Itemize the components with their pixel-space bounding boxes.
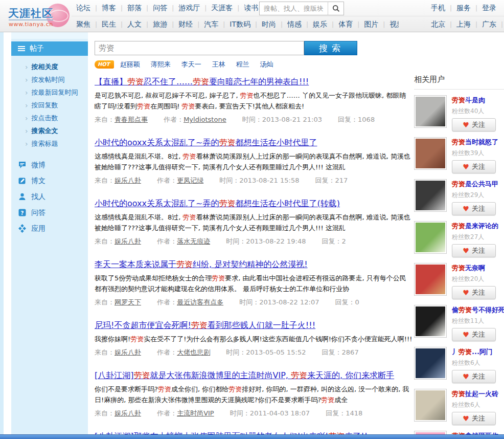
- result-title-link[interactable]: 尼玛!不贪超市便宜会死啊!劳资看到那些贱人们就一肚子火!!!: [95, 320, 315, 331]
- follow-button[interactable]: ♥ 关注: [452, 286, 496, 299]
- nav-primary-link-0[interactable]: 论坛: [72, 4, 95, 13]
- nav-secondary-link-9[interactable]: 娱乐: [308, 20, 332, 29]
- header-search-box[interactable]: 搜帖、找人、搜版块: [259, 2, 344, 15]
- user-avatar[interactable]: [414, 347, 447, 380]
- user-name-link[interactable]: 劳资扯起一火砖: [452, 389, 498, 399]
- result-author-link[interactable]: 更凤记绿: [177, 177, 203, 184]
- sidebar-item-posts[interactable]: 帖子: [11, 41, 88, 56]
- sort-option-3[interactable]: ›按回复数: [11, 99, 88, 112]
- sidebar-top-strip: [11, 32, 88, 39]
- hot-keyword-1[interactable]: 薄熙来: [151, 60, 171, 68]
- follow-button[interactable]: ♥ 关注: [452, 202, 496, 215]
- nav-secondary-link-10[interactable]: 体育: [334, 20, 357, 29]
- result-author-link[interactable]: 最近访客有点多: [177, 298, 223, 306]
- result-author-link[interactable]: Myldiotstone: [184, 116, 226, 123]
- nav-primary-link-4[interactable]: 游戏厅: [174, 4, 204, 13]
- search-input[interactable]: [95, 41, 304, 55]
- result-forum-link[interactable]: 网罗天下: [114, 298, 141, 306]
- user-name-link[interactable]: 偷劳资号不得好死: [452, 305, 504, 315]
- replies-label: 回复：: [322, 237, 342, 245]
- result-forum-link[interactable]: 娱乐八卦: [114, 409, 141, 417]
- replies-label: 回复：: [322, 348, 342, 356]
- user-links: 手机|服务|登录: [426, 0, 501, 16]
- city-link-2[interactable]: 广东: [477, 20, 501, 29]
- follow-button[interactable]: ♥ 关注: [452, 118, 496, 131]
- result-forum-link[interactable]: 娱乐八卦: [114, 177, 141, 184]
- nav-primary-link-1[interactable]: 博客: [97, 4, 121, 13]
- user-name-link[interactable]: 劳资无奈啊: [452, 264, 496, 273]
- user-link-1[interactable]: 服务: [452, 4, 475, 13]
- user-avatar[interactable]: [414, 137, 447, 170]
- nav-secondary-link-11[interactable]: 图片: [359, 20, 383, 29]
- nav-secondary-link-4[interactable]: 财经: [174, 20, 197, 29]
- user-avatar[interactable]: [414, 179, 447, 212]
- result-title-link[interactable]: 【直播】劳资忍不住了……劳资要向暗恋七年的男神表白!!!: [95, 77, 309, 87]
- hot-keyword-2[interactable]: 李天一: [181, 60, 201, 68]
- user-name-link[interactable]: 劳资斗是肉: [452, 96, 496, 105]
- fans-count: 粉丝数6人: [452, 401, 498, 409]
- follow-button[interactable]: ♥ 关注: [452, 412, 496, 425]
- user-avatar[interactable]: [414, 95, 447, 128]
- sort-option-6[interactable]: ›搜索标题: [11, 137, 88, 150]
- city-link-1[interactable]: 上海: [452, 20, 475, 29]
- nav-primary-link-3[interactable]: 问答: [148, 4, 172, 13]
- hot-keyword-5[interactable]: 汤灿: [260, 60, 273, 68]
- result-title-link[interactable]: 小时代的ooxx关系太混乱了~弄的劳资都想生活在小时代里了: [95, 138, 317, 148]
- nav-secondary-link-3[interactable]: 旅游: [148, 20, 172, 29]
- sort-option-5[interactable]: ›搜索全文: [11, 124, 88, 137]
- highlighted-keyword: 劳资: [240, 92, 254, 99]
- nav-secondary-link-2[interactable]: 人文: [123, 20, 146, 29]
- result-author-link[interactable]: 主流时尚VIP: [177, 409, 214, 417]
- nav-secondary-link-0[interactable]: 聚焦: [72, 20, 95, 29]
- sort-option-4[interactable]: ›按点击数: [11, 112, 88, 124]
- nav-secondary-link-1[interactable]: 民生: [97, 20, 121, 29]
- nav-primary-link-2[interactable]: 部落: [123, 4, 146, 13]
- sort-option-1[interactable]: ›按发帖时间: [11, 73, 88, 86]
- user-name-link[interactable]: 劳资是来评论的: [452, 222, 498, 231]
- nav-secondary-link-6[interactable]: IT数码: [225, 20, 255, 29]
- follow-button[interactable]: ♥ 关注: [452, 244, 496, 257]
- hot-keyword-4[interactable]: 程兰: [236, 60, 249, 68]
- result-title-link[interactable]: [八卦江湖]劳资就是大张伟新浪微博里的主流时尚VIP, 劳资来天涯的, 你们来求…: [95, 370, 394, 381]
- user-name-link[interactable]: 劳资是公共马甲: [452, 180, 498, 189]
- user-avatar[interactable]: [414, 263, 447, 296]
- result-title-link[interactable]: 李天一案本质来说属于劳资纠纷, 是对契约精神的公然漠视!: [95, 259, 308, 270]
- user-name-link[interactable]: 劳资当时就怒了: [452, 138, 498, 147]
- sidebar-item-2[interactable]: 找人: [11, 189, 88, 205]
- nav-secondary-link-7[interactable]: 时尚: [257, 20, 281, 29]
- search-button[interactable]: 搜索: [304, 41, 357, 55]
- result-title-link[interactable]: 小时代的ooxx关系太混乱了~弄的劳资都想生活在小时代里了(转载): [95, 199, 340, 209]
- follow-button[interactable]: ♥ 关注: [452, 160, 496, 173]
- result-forum-link[interactable]: 娱乐八卦: [114, 237, 141, 245]
- user-link-0[interactable]: 手机: [426, 4, 450, 13]
- sidebar-item-0[interactable]: 微博: [11, 157, 88, 173]
- user-info: 劳资斗是肉 粉丝数40人 ♥ 关注: [452, 95, 496, 131]
- nav-secondary-link-8[interactable]: 情感: [283, 20, 306, 29]
- result-forum-link[interactable]: 娱乐八卦: [114, 348, 141, 356]
- sort-option-2[interactable]: ›按最新回复时间: [11, 86, 88, 99]
- header-search-button[interactable]: [328, 2, 343, 15]
- nav-primary-link-5[interactable]: 天涯客: [207, 4, 237, 13]
- user-avatar[interactable]: [414, 389, 447, 422]
- hot-keyword-3[interactable]: 王林: [212, 60, 225, 68]
- user-avatar[interactable]: [414, 305, 447, 338]
- nav-secondary-link-5[interactable]: 汽车: [199, 20, 223, 29]
- site-logo[interactable]: 天涯社区 www.tianya.cn: [8, 3, 71, 29]
- city-link-0[interactable]: 北京: [426, 20, 450, 29]
- user-link-2[interactable]: 登录: [477, 4, 501, 13]
- result-author-link[interactable]: 落水无痕迹: [177, 237, 210, 245]
- result-forum-link[interactable]: 青春那点事: [114, 116, 148, 123]
- author-label: 作者：: [157, 177, 177, 184]
- user-avatar[interactable]: [414, 221, 447, 254]
- search-result-item: 小时代的ooxx关系太混乱了~弄的劳资都想生活在小时代里了 这感情线真是混乱不堪…: [95, 138, 413, 185]
- follow-button[interactable]: ♥ 关注: [452, 328, 496, 341]
- user-name-link[interactable]: 丿劳资...阿门: [452, 347, 496, 357]
- sort-option-0[interactable]: ›按相关度: [11, 60, 88, 73]
- hot-keyword-0[interactable]: 赵丽颖: [120, 60, 140, 68]
- result-author-link[interactable]: 大佬也悲剧: [177, 348, 210, 356]
- follow-button[interactable]: ♥ 关注: [452, 370, 496, 383]
- nav-secondary-link-12[interactable]: 视频: [385, 20, 399, 29]
- sidebar-item-4[interactable]: 应用: [11, 221, 88, 236]
- sidebar-item-1[interactable]: 博文: [11, 173, 88, 189]
- sidebar-item-3[interactable]: ?问答: [11, 205, 88, 221]
